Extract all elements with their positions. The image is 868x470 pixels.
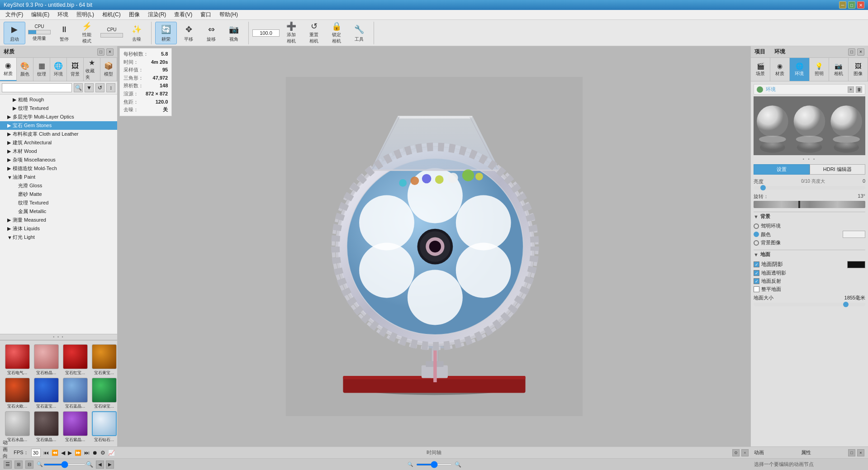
- search-options-button[interactable]: ▼: [85, 83, 94, 92]
- tree-wood[interactable]: ▶ 木材 Wood: [0, 147, 117, 156]
- nav-back-button[interactable]: ◀: [96, 461, 104, 469]
- lock-camera-button[interactable]: 🔒 锁定相机: [326, 22, 347, 44]
- tools-button[interactable]: 🔧 工具: [348, 22, 370, 44]
- thumb-gem-jet[interactable]: 宝石煤晶…: [33, 411, 60, 443]
- menu-image[interactable]: 图像: [125, 10, 143, 19]
- play-back-button[interactable]: ◀: [61, 449, 65, 457]
- right-tab-environment[interactable]: 🌐 环境: [790, 58, 809, 81]
- rotate-slider-track[interactable]: [754, 201, 865, 208]
- tab-favorites[interactable]: ★ 收藏夹: [84, 58, 100, 81]
- play-forward-button[interactable]: ▶: [68, 449, 72, 457]
- pan-button[interactable]: ✥ 平移: [178, 22, 199, 44]
- tree-paint[interactable]: ▼ 油漆 Paint: [0, 173, 117, 181]
- settings-anim-button[interactable]: ⚙: [100, 449, 105, 457]
- tree-multilayer[interactable]: ▶ 多层光学 Multi-Layer Optics: [0, 113, 117, 121]
- timeline-settings-button[interactable]: ⚙: [732, 449, 740, 456]
- nav-forward-button[interactable]: ▶: [106, 461, 114, 469]
- ground-occlude-checkbox[interactable]: ✓: [754, 270, 759, 276]
- start-button[interactable]: ▶ 启动: [4, 22, 25, 44]
- timeline-zoom-slider[interactable]: [416, 464, 452, 465]
- menu-view[interactable]: 查看(V): [171, 10, 196, 19]
- play-prev-button[interactable]: ⏪: [52, 449, 58, 457]
- play-next-button[interactable]: ⏩: [75, 449, 81, 457]
- tree-rough[interactable]: ▶ 粗糙 Rough: [0, 95, 117, 104]
- ground-reflect-checkbox[interactable]: ✓: [754, 278, 759, 284]
- menu-camera[interactable]: 相机(C): [99, 10, 124, 19]
- move-button[interactable]: ⇔ 旋移: [200, 22, 222, 44]
- maximize-button[interactable]: □: [848, 1, 855, 9]
- thumb-gem-diamond[interactable]: 宝石钻石…: [90, 411, 118, 443]
- bg-color-swatch[interactable]: [843, 231, 865, 238]
- thumb-gem-emerald[interactable]: 宝石绿宝…: [90, 378, 118, 409]
- play-end-button[interactable]: ⏭: [84, 449, 90, 457]
- right-panel-float-button[interactable]: □: [848, 48, 855, 56]
- env-delete-button[interactable]: 🗑: [856, 86, 862, 93]
- tree-light[interactable]: ▼ 灯光 Light: [0, 233, 117, 242]
- env-item-label[interactable]: 环境: [766, 86, 776, 93]
- ground-size-slider[interactable]: [754, 303, 865, 306]
- thumb-gem-topaz[interactable]: 宝石黄宝…: [90, 344, 118, 376]
- reset-camera-button[interactable]: ↺ 重置相机: [303, 22, 325, 44]
- thumb-gem-ruby[interactable]: 宝石红宝…: [62, 344, 89, 376]
- search-sort-button[interactable]: ↕: [106, 83, 115, 92]
- anim-right-close-button[interactable]: ×: [857, 449, 864, 456]
- thumbnail-size-slider[interactable]: [43, 464, 86, 465]
- minimize-button[interactable]: ─: [839, 1, 846, 9]
- env-settings-tab[interactable]: 设置: [754, 164, 810, 175]
- tree-textured1[interactable]: ▶ 纹理 Textured: [0, 104, 117, 113]
- menu-window[interactable]: 窗口: [197, 10, 215, 19]
- tree-liquids[interactable]: ▶ 液体 Liquids: [0, 224, 117, 233]
- search-input[interactable]: [2, 83, 72, 92]
- thumb-gem-sapphire[interactable]: 宝石蓝宝…: [33, 378, 60, 409]
- right-tab-lighting[interactable]: 💡 照明: [810, 58, 829, 81]
- fov-button[interactable]: 📷 视角: [223, 22, 245, 44]
- tree-moldtech[interactable]: ▶ 模德造纹 Mold-Tech: [0, 164, 117, 173]
- menu-render[interactable]: 渲染(R): [144, 10, 170, 19]
- menu-lighting[interactable]: 照明(L): [73, 10, 98, 19]
- thumb-gem-electric[interactable]: 宝石电气…: [4, 344, 31, 376]
- bg-option-lighting[interactable]: 驾明环境: [754, 223, 865, 229]
- search-button[interactable]: 🔍: [74, 83, 83, 92]
- ground-shadow-checkbox[interactable]: ✓: [754, 261, 759, 267]
- viewport[interactable]: 每秒帧数： 5.8 时间： 4m 20s 采样值： 95 三角形： 47,972…: [118, 46, 750, 446]
- tree-arch[interactable]: ▶ 建筑 Architectural: [0, 138, 117, 147]
- thumb-gem-rosequartz[interactable]: 宝石粉晶…: [33, 344, 60, 376]
- tree-gloss[interactable]: 光滑 Gloss: [0, 181, 117, 190]
- menu-edit[interactable]: 编辑(E): [28, 10, 53, 19]
- env-hdri-tab[interactable]: HDRI 编辑器: [810, 164, 866, 175]
- tree-textured2[interactable]: 纹理 Textured: [0, 199, 117, 207]
- tree-misc[interactable]: ▶ 杂项 Miscellaneous: [0, 156, 117, 164]
- thumb-gem-fireopal[interactable]: 宝石火欧…: [4, 378, 31, 409]
- env-plus-button[interactable]: +: [848, 86, 854, 93]
- zoom-in-icon[interactable]: 🔍: [407, 461, 413, 468]
- anim-right-float-button[interactable]: □: [848, 449, 855, 456]
- thumb-gem-iolite[interactable]: 宝石蓝晶…: [62, 378, 89, 409]
- zoom-out-icon[interactable]: 🔍: [455, 461, 461, 468]
- tab-texture[interactable]: ▦ 纹理: [33, 58, 50, 81]
- tab-environment[interactable]: 🌐 环境: [50, 58, 67, 81]
- right-tab-material[interactable]: ◉ 材质: [770, 58, 790, 81]
- denoise-button[interactable]: ✨ 去噪: [126, 22, 147, 44]
- menu-file[interactable]: 文件(F): [2, 10, 27, 19]
- tree-gemstones[interactable]: ▶ 宝石 Gem Stones: [0, 121, 117, 130]
- search-refresh-button[interactable]: ↺: [95, 83, 104, 92]
- tumble-button[interactable]: 🔄 耕荣: [155, 22, 177, 44]
- panel-close-button[interactable]: ×: [106, 48, 114, 56]
- play-start-button[interactable]: ⏮: [43, 449, 49, 457]
- right-tab-image[interactable]: 🖼 图像: [849, 58, 868, 81]
- close-button[interactable]: ✕: [857, 1, 864, 9]
- tab-color[interactable]: 🎨 颜色: [17, 58, 33, 81]
- tree-metallic[interactable]: 金属 Metallic: [0, 207, 117, 216]
- thumb-gem-crystal[interactable]: 宝石水晶…: [4, 411, 31, 443]
- bg-option-image[interactable]: 背景图像: [754, 239, 865, 246]
- tree-measured[interactable]: ▶ 测量 Measured: [0, 216, 117, 224]
- right-panel-close-button[interactable]: ×: [857, 48, 864, 56]
- anim-curve-button[interactable]: 📈: [108, 449, 115, 457]
- menu-env[interactable]: 环境: [54, 10, 72, 19]
- bg-option-color[interactable]: 颜色: [754, 231, 865, 238]
- right-tab-camera[interactable]: 📷 相机: [829, 58, 849, 81]
- pause-button[interactable]: ⏸ 暂停: [53, 22, 75, 44]
- tab-model[interactable]: 📦 模型: [100, 58, 117, 81]
- tab-background[interactable]: 🖼 背景: [67, 58, 84, 81]
- right-tab-scene[interactable]: 🎬 场景: [751, 58, 770, 81]
